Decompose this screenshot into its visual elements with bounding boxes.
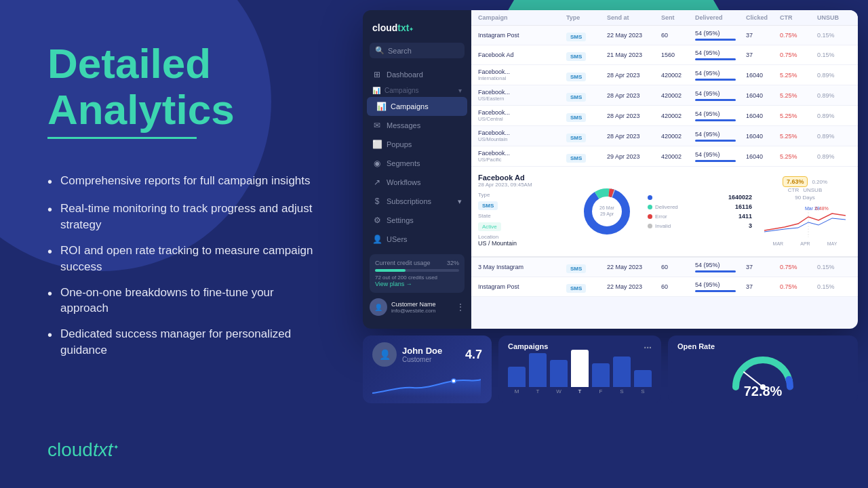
- table-row: Facebook... International SMS 28 Apr 202…: [471, 65, 858, 85]
- ctr-unsub-labels: CTR UNSUB: [788, 187, 822, 193]
- sidebar-item-dashboard[interactable]: ⊞ Dashboard: [363, 65, 471, 84]
- donut-svg: 26 Mar 29 Apr: [580, 184, 634, 239]
- cell-sent: 420002: [661, 113, 695, 119]
- cell-delivered: 54 (95%): [695, 49, 746, 60]
- cell-ctr: 5.25%: [780, 153, 817, 160]
- cell-campaign: Facebook... US/Pacific: [478, 150, 566, 163]
- cell-sent: 1560: [661, 52, 695, 58]
- search-icon: 🔍: [375, 46, 384, 55]
- headline: Detailed Analytics: [47, 41, 322, 139]
- view-plans-link[interactable]: View plans →: [375, 281, 459, 287]
- cell-clicked: 16040: [746, 92, 780, 99]
- stat-row-invalid: Invalid 3: [648, 222, 752, 229]
- headline-underline: [47, 137, 197, 139]
- cell-sendat: 22 May 2023: [607, 32, 661, 39]
- cell-sent: 420002: [661, 92, 695, 99]
- sidebar-item-campaigns[interactable]: 📊 Campaigns: [367, 97, 467, 116]
- stat-dot: [648, 205, 652, 209]
- sidebar-item-users[interactable]: 👤 USers: [363, 230, 471, 249]
- gauge-area: 72.8%: [677, 353, 848, 399]
- chart-axis: MAR APR MAY: [764, 241, 846, 246]
- sidebar-item-messages[interactable]: ✉ Messages: [363, 116, 471, 135]
- user-menu-icon[interactable]: ⋮: [456, 302, 465, 312]
- cell-clicked: 37: [746, 264, 780, 270]
- bar-item: M: [508, 367, 526, 394]
- cell-clicked: 37: [746, 52, 780, 58]
- table-row: Facebook... US/Mountain SMS 28 Apr 2023 …: [471, 126, 858, 146]
- sidebar-item-segments[interactable]: ◉ Segments: [363, 154, 471, 173]
- user-info: Customer Name info@wesbite.com: [391, 301, 452, 314]
- cell-clicked: 37: [746, 283, 780, 290]
- cell-delivered: 54 (95%): [695, 131, 746, 142]
- user-card-chart: [372, 373, 482, 396]
- cell-sendat: 22 May 2023: [607, 264, 661, 270]
- cell-ctr: 0.75%: [780, 283, 817, 290]
- stat-dot: [648, 214, 652, 219]
- cell-clicked: 16040: [746, 153, 780, 160]
- col-ctr: CTR: [780, 14, 817, 21]
- cell-type: SMS: [566, 110, 607, 122]
- table-row: Facebook... US/Eastern SMS 28 Apr 2023 4…: [471, 85, 858, 106]
- cell-sent: 60: [661, 32, 695, 39]
- subscriptions-icon: $: [372, 197, 382, 206]
- bar-item: S: [634, 370, 652, 394]
- col-sent: Sent: [661, 14, 695, 21]
- stat-row-delivered: Delivered 16116: [648, 203, 752, 210]
- cell-campaign: Facebook... US/Mountain: [478, 129, 566, 142]
- table-row: 3 May Instagram SMS 22 May 2023 60 54 (9…: [471, 258, 858, 277]
- ctr-unsub-row: 7.63% 0.20%: [783, 176, 827, 187]
- stat-dot: [648, 224, 652, 228]
- cell-type: SMS: [566, 49, 607, 61]
- campaigns-menu-icon[interactable]: ···: [644, 342, 652, 353]
- ctr-badge-area: 7.63% 0.20% CTR UNSUB 90 Days: [759, 174, 851, 249]
- segments-icon: ◉: [372, 159, 382, 168]
- users-icon: 👤: [372, 235, 382, 244]
- mini-chart-area: Mar 28 6.48% MAR APR MAY: [764, 203, 846, 237]
- sidebar-item-settings[interactable]: ⚙ Settings: [363, 211, 471, 230]
- sidebar-item-workflows[interactable]: ↗ Workflows: [363, 173, 471, 192]
- cell-sent: 420002: [661, 153, 695, 160]
- cell-unsub: 0.15%: [817, 52, 851, 58]
- db-search-bar[interactable]: 🔍 Search: [370, 43, 465, 58]
- cell-campaign: Instagram Post: [478, 283, 566, 290]
- cell-type: SMS: [566, 281, 607, 293]
- cell-unsub: 0.89%: [817, 153, 851, 160]
- user-card-avatar: 👤: [372, 342, 397, 367]
- user-name: Customer Name: [391, 301, 452, 308]
- campaigns-bar-chart: M T W T F S S: [508, 357, 652, 394]
- expanded-left: Facebook Ad 28 Apr 2023, 09:45AM Type SM…: [478, 174, 566, 249]
- expanded-title: Facebook Ad: [478, 174, 566, 182]
- user-email: info@wesbite.com: [391, 308, 452, 314]
- expanded-date: 28 Apr 2023, 09:45AM: [478, 182, 566, 188]
- cell-sendat: 21 May 2023: [607, 52, 661, 58]
- cell-campaign: Facebook Ad: [478, 52, 566, 58]
- table-row: Instagram Post SMS 22 May 2023 60 54 (95…: [471, 26, 858, 45]
- svg-text:6.48%: 6.48%: [815, 206, 829, 211]
- cell-sendat: 28 Apr 2023: [607, 133, 661, 140]
- campaigns-card: Campaigns ··· M T W T F S S: [498, 336, 661, 403]
- campaigns-icon: 📊: [376, 102, 386, 111]
- svg-text:29 Apr: 29 Apr: [600, 211, 614, 217]
- user-row: 👤 Customer Name info@wesbite.com ⋮: [363, 293, 471, 321]
- cell-sendat: 28 Apr 2023: [607, 72, 661, 79]
- db-logo: cloudtxt✦: [363, 18, 471, 43]
- search-placeholder: Search: [388, 47, 412, 55]
- table-header: Campaign Type Send at Sent Delivered Cli…: [471, 10, 858, 26]
- credit-label: Current credit usage 32%: [375, 260, 459, 266]
- openrate-value: 72.8%: [744, 384, 783, 399]
- sidebar-item-subscriptions[interactable]: $ Subscriptions ▾: [363, 192, 471, 211]
- col-clicked: Clicked: [746, 14, 780, 21]
- chevron-sub-icon: ▾: [458, 197, 462, 206]
- db-sidebar: cloudtxt✦ 🔍 Search ⊞ Dashboard 📊 Campaig…: [363, 10, 471, 329]
- table-row: Facebook... US/Central SMS 28 Apr 2023 4…: [471, 106, 858, 126]
- user-avatar: 👤: [370, 298, 387, 316]
- dashboard-screenshot: cloudtxt✦ 🔍 Search ⊞ Dashboard 📊 Campaig…: [363, 10, 858, 329]
- sidebar-item-popups[interactable]: ⬜ Popups: [363, 135, 471, 154]
- cell-clicked: 37: [746, 32, 780, 39]
- settings-icon: ⚙: [372, 216, 382, 225]
- cell-ctr: 5.25%: [780, 92, 817, 99]
- cell-sent: 60: [661, 264, 695, 270]
- logo-area: cloudtxt✦: [47, 419, 322, 461]
- bar-item: T: [571, 350, 589, 394]
- sidebar-group-campaigns: 📊 Campaigns ▾: [363, 84, 471, 97]
